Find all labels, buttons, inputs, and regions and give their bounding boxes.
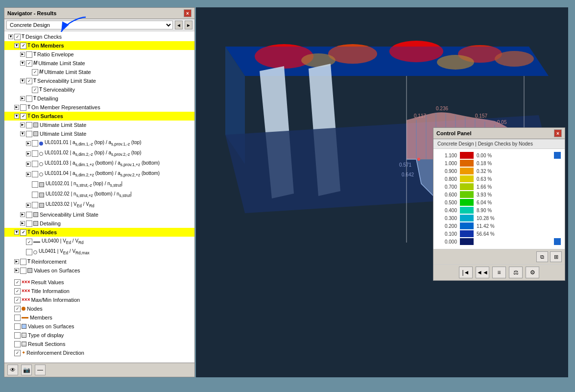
- chk-result-values[interactable]: [14, 279, 21, 286]
- chk-ult-ls-sub[interactable]: [32, 69, 38, 75]
- chk-reinf-direction[interactable]: [14, 350, 21, 356]
- tree-item-result-sections[interactable]: Result Sections: [4, 340, 194, 348]
- tree-item-surf-ult-ls-2[interactable]: ▼ Ultimate Limit State: [4, 129, 194, 138]
- expand-surf-service[interactable]: ►: [20, 212, 25, 217]
- nav-close-button[interactable]: ×: [184, 9, 192, 17]
- tree-item-serviceability[interactable]: T Serviceability: [4, 85, 194, 94]
- cp-balance-button[interactable]: ⚖: [509, 267, 523, 278]
- nav-minus-button[interactable]: —: [35, 365, 46, 375]
- chk-ul010202[interactable]: [32, 192, 38, 198]
- tree-item-ul0401[interactable]: UL0401 | VEd / VRd,max: [4, 247, 194, 257]
- cp-prev-button[interactable]: ◄◄: [476, 267, 489, 278]
- tree-item-title-info[interactable]: ××× Title Information: [4, 287, 194, 295]
- tree-item-ul010104[interactable]: ► UL0101.04 | as,dim.2,+z (bottom) / as,…: [4, 169, 194, 179]
- tree-item-service-ls[interactable]: ▼ T Serviceability Limit State: [4, 76, 194, 85]
- tree-item-result-values[interactable]: ××× Result Values: [4, 278, 194, 287]
- nav-prev-button[interactable]: ◄: [175, 21, 183, 29]
- chk-surf-detailing[interactable]: [26, 220, 32, 227]
- chk-result-sections[interactable]: [14, 341, 21, 347]
- tree-item-surf-ult-ls-1[interactable]: ► Ultimate Limit State: [4, 121, 194, 129]
- cp-close-button[interactable]: ×: [554, 129, 562, 137]
- expand-on-member-reps[interactable]: ►: [14, 105, 19, 110]
- tree-item-ul010101[interactable]: ► UL0101.01 | as,dim.1,-z (top) / as,pro…: [4, 138, 194, 148]
- expand-ul010102[interactable]: ►: [26, 151, 31, 156]
- expand-surf-detailing[interactable]: ►: [20, 221, 25, 226]
- tree-item-nodes[interactable]: Nodes: [4, 304, 194, 313]
- expand-on-nodes[interactable]: ▼: [14, 230, 19, 235]
- tree-item-design-checks[interactable]: ▼ T Design Checks: [4, 32, 194, 41]
- expand-service-ls[interactable]: ▼: [20, 78, 25, 83]
- tree-item-type-display[interactable]: Type of display: [4, 331, 194, 340]
- expand-ult-ls-1[interactable]: ▼: [20, 61, 25, 66]
- tree-item-on-member-reps[interactable]: ► T On Member Representatives: [4, 103, 194, 112]
- chk-vals-on-surfaces[interactable]: [20, 268, 26, 274]
- chk-members[interactable]: [14, 315, 21, 321]
- tree-item-members[interactable]: Members: [4, 313, 194, 322]
- tree-item-on-members[interactable]: ▼ T On Members: [4, 41, 194, 50]
- cp-settings-button[interactable]: ⚙: [526, 267, 539, 278]
- chk-title-info[interactable]: [14, 288, 21, 294]
- chk-ul020302[interactable]: [32, 202, 38, 208]
- expand-ul010103[interactable]: ►: [26, 162, 31, 167]
- chk-ul010104[interactable]: [32, 171, 38, 177]
- chk-on-nodes[interactable]: [20, 229, 26, 236]
- chk-surf-ult-ls-1[interactable]: [26, 122, 32, 128]
- nav-next-button[interactable]: ►: [185, 21, 192, 29]
- tree-item-surf-detailing[interactable]: ► Detailing: [4, 219, 194, 228]
- tree-item-ul010201[interactable]: UL0102.01 | ns,strut,-z (top) / ns,strut…: [4, 179, 194, 190]
- expand-surf-ult-ls-1[interactable]: ►: [20, 122, 25, 127]
- chk-maxmin-info[interactable]: [14, 297, 21, 303]
- chk-ul010102[interactable]: [32, 150, 38, 157]
- tree-item-vals-on-surf-2[interactable]: Values on Surfaces: [4, 322, 194, 331]
- tree-item-on-nodes[interactable]: ▼ T On Nodes: [4, 228, 194, 237]
- tree-item-vals-on-surfaces[interactable]: ► Values on Surfaces: [4, 266, 194, 275]
- cp-grid-button[interactable]: ⊞: [550, 251, 562, 262]
- tree-item-ratio-envelope[interactable]: ► T Ratio Envelope: [4, 50, 194, 59]
- chk-service-ls[interactable]: [26, 78, 32, 84]
- tree-item-ul0400[interactable]: UL0400 | VEd / VRd: [4, 237, 194, 247]
- chk-surf-ult-ls-2[interactable]: [26, 131, 32, 137]
- expand-ul020302[interactable]: ►: [26, 203, 31, 208]
- concrete-design-dropdown[interactable]: Concrete Design: [6, 21, 173, 29]
- chk-ul0401[interactable]: [26, 249, 32, 255]
- tree-item-reinf-direction[interactable]: ✦ Reinforcement Direction: [4, 348, 194, 357]
- expand-vals-on-surfaces[interactable]: ►: [14, 268, 19, 273]
- expand-ul010101[interactable]: ►: [26, 141, 31, 146]
- chk-detailing[interactable]: [26, 96, 32, 102]
- chk-reinforcement[interactable]: [20, 259, 26, 265]
- tree-item-ul020302[interactable]: ► UL0203.02 | VEd / VRd: [4, 200, 194, 210]
- cp-first-button[interactable]: |◄: [459, 267, 473, 278]
- tree-item-on-surfaces[interactable]: ▼ T On Surfaces: [4, 112, 194, 121]
- chk-ul0400[interactable]: [26, 239, 32, 245]
- chk-ratio-envelope[interactable]: [26, 51, 32, 58]
- tree-item-surf-service[interactable]: ► Serviceability Limit State: [4, 210, 194, 219]
- tree-item-ult-ls-sub[interactable]: M Ultimate Limit State: [4, 68, 194, 76]
- expand-ratio-envelope[interactable]: ►: [20, 52, 25, 57]
- chk-surf-service[interactable]: [26, 212, 32, 218]
- tree-item-maxmin-info[interactable]: ××× Max/Min Information: [4, 295, 194, 304]
- tree-item-ul010103[interactable]: ► UL0101.03 | as,dim.1,+z (bottom) / as,…: [4, 159, 194, 169]
- expand-on-surfaces[interactable]: ▼: [14, 114, 19, 119]
- nav-eye-button[interactable]: 👁: [7, 365, 18, 375]
- tree-item-ul010202[interactable]: UL0102.02 | ns,strut,+z (bottom) / ns,st…: [4, 190, 194, 200]
- tree-item-ul010102[interactable]: ► UL0101.02 | as,dim.2,-z (top) / as,pro…: [4, 148, 194, 159]
- chk-on-member-reps[interactable]: [20, 104, 26, 111]
- chk-ult-ls-1[interactable]: [26, 60, 32, 67]
- nav-camera-button[interactable]: 📷: [21, 365, 32, 375]
- expand-reinforcement[interactable]: ►: [14, 259, 19, 264]
- chk-ul010101[interactable]: [32, 140, 38, 147]
- expand-on-members[interactable]: ▼: [14, 43, 19, 48]
- chk-nodes[interactable]: [14, 306, 21, 312]
- chk-ul010103[interactable]: [32, 161, 38, 167]
- chk-on-surfaces[interactable]: [20, 113, 26, 120]
- expand-surf-ult-ls-2[interactable]: ▼: [20, 131, 25, 136]
- tree-item-reinforcement[interactable]: ► T Reinforcement: [4, 257, 194, 266]
- expand-detailing[interactable]: ►: [20, 96, 25, 101]
- chk-on-members[interactable]: [20, 43, 26, 49]
- expand-design-checks[interactable]: ▼: [8, 34, 13, 39]
- cp-copy-button[interactable]: ⧉: [536, 251, 548, 262]
- chk-serviceability[interactable]: [32, 87, 38, 93]
- tree-item-detailing[interactable]: ► T Detailing: [4, 94, 194, 103]
- tree-item-ult-ls-1[interactable]: ▼ M Ultimate Limit State: [4, 59, 194, 68]
- chk-design-checks[interactable]: [14, 34, 21, 40]
